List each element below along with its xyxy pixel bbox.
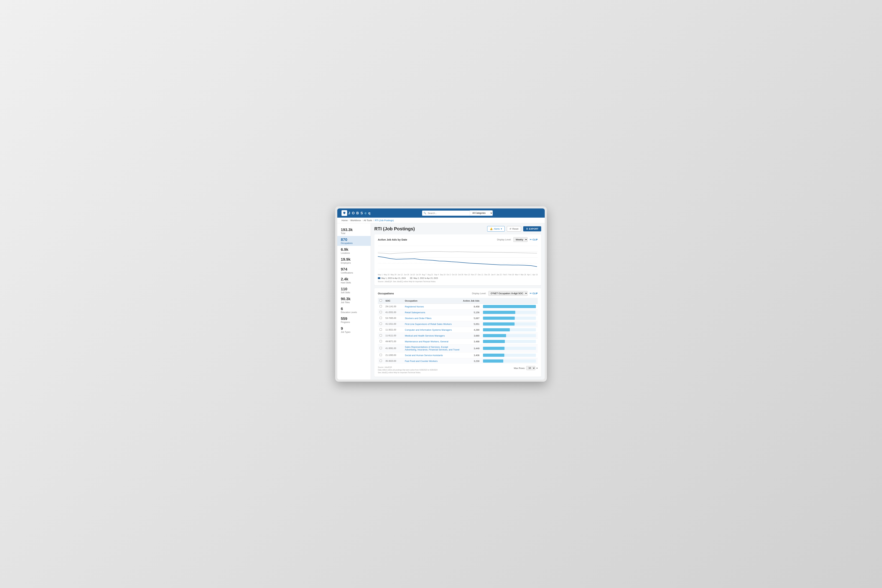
chart-source: Source: JobsEQ®. See JobsEQ online Help … <box>378 280 538 282</box>
export-button[interactable]: ⬇ EXPORT <box>523 226 541 231</box>
occupation-link[interactable]: First-Line Supervisors of Retail Sales W… <box>405 323 452 326</box>
occupation-link[interactable]: Stockers and Order Fillers <box>405 317 432 320</box>
max-rows-select[interactable]: 10 <box>526 366 536 370</box>
occupation-link[interactable]: Medical and Health Services Managers <box>405 334 445 337</box>
bar-cell <box>481 315 538 321</box>
breadcrumb-sep-3: / <box>373 219 374 222</box>
table-row: 21-1093.00 Social and Human Service Assi… <box>378 352 538 358</box>
occupation-cell: Stockers and Order Fillers <box>403 315 461 321</box>
occupation-cell: Retail Salespersons <box>403 309 461 315</box>
occupation-link[interactable]: Retail Salespersons <box>405 311 425 314</box>
legend-color-current <box>378 277 380 279</box>
row-checkbox-8[interactable] <box>380 354 382 356</box>
breadcrumb-home[interactable]: Home <box>342 219 348 222</box>
search-icon: 🔍 <box>423 212 426 214</box>
occupation-cell: Sales Representatives of Services, Excep… <box>403 345 461 352</box>
row-checkbox-0[interactable] <box>380 305 382 308</box>
table-display-level-select[interactable]: O*NET Occupation: 8-digit SOC <box>488 291 528 296</box>
table-display-level-label: Display Level: <box>472 292 486 295</box>
refresh-icon: ↺ <box>510 228 512 230</box>
breadcrumb-workforce[interactable]: Workforce <box>350 219 361 222</box>
row-checkbox-1[interactable] <box>380 311 382 313</box>
legend-label-current: May 1, 2023 to Apr 21, 2024 <box>381 277 406 279</box>
reset-button[interactable]: ↺ Reset <box>507 226 521 232</box>
max-rows-control: Max Rows: 10 ▾ <box>514 366 538 370</box>
table-footnote: Source: JobsEQ® Data reflect online job … <box>378 366 438 374</box>
legend-color-prior <box>410 277 412 279</box>
category-select[interactable]: All Categories <box>470 210 493 216</box>
legend-label-prior: May 2, 2022 to Apr 23, 2023 <box>414 277 438 279</box>
soc-cell: 41-3091.00 <box>384 345 403 352</box>
logo-icon <box>342 210 347 216</box>
occupation-cell: Social and Human Service Assistants <box>403 352 461 358</box>
sidebar-stat-occupations[interactable]: 870Occupations <box>337 236 370 246</box>
sidebar-stat-programs[interactable]: 559Programs <box>337 315 370 325</box>
chart-panel: Active Job Ads by Date Display Level: We… <box>374 234 541 285</box>
chart-header: Active Job Ads by Date Display Level: We… <box>378 237 538 242</box>
row-checkbox-2[interactable] <box>380 317 382 319</box>
occupation-link[interactable]: Social and Human Service Assistants <box>405 354 443 357</box>
soc-cell: 11-9111.00 <box>384 333 403 339</box>
chart-title: Active Job Ads by Date <box>378 238 407 241</box>
job-ads-cell: 3,680 <box>461 333 481 339</box>
table-row: 41-1011.00 First-Line Supervisors of Ret… <box>378 321 538 327</box>
sidebar-stat-soft-skills[interactable]: 110Soft Skills <box>337 285 370 295</box>
chart-clip-button[interactable]: ✂ CLIP <box>530 238 538 241</box>
legend-item-current: May 1, 2023 to Apr 21, 2024 <box>378 277 406 279</box>
row-checkbox-3[interactable] <box>380 322 382 325</box>
table-title: Occupations <box>378 292 394 295</box>
chart-display-level-select[interactable]: Weekly <box>513 237 528 242</box>
page-title: RTI (Job Postings) <box>374 226 415 232</box>
soc-cell: 11-3021.00 <box>384 327 403 333</box>
job-ads-cell: 5,156 <box>461 309 481 315</box>
occupation-link[interactable]: Sales Representatives of Services, Excep… <box>405 346 459 351</box>
breadcrumb-sep-1: / <box>349 219 350 222</box>
row-checkbox-5[interactable] <box>380 334 382 336</box>
breadcrumb-current: RTI (Job Postings) <box>375 219 394 222</box>
bar-cell <box>481 333 538 339</box>
occupation-link[interactable]: Maintenance and Repair Workers, General <box>405 340 448 343</box>
bar-cell <box>481 358 538 364</box>
table-row: 41-2031.00 Retail Salespersons 5,156 <box>378 309 538 315</box>
job-ads-cell: 8,458 <box>461 304 481 309</box>
logo-area: J O B S e q <box>342 210 371 216</box>
sidebar-stat-employers[interactable]: 19.9kEmployers <box>337 256 370 266</box>
soc-cell: 41-2031.00 <box>384 309 403 315</box>
row-checkbox-4[interactable] <box>380 328 382 331</box>
occupation-cell: Maintenance and Repair Workers, General <box>403 339 461 345</box>
occupations-table: SOC Occupation Active Job Ads 29-1141.00… <box>378 298 538 364</box>
search-input[interactable] <box>422 211 470 216</box>
sidebar-stat-job-types[interactable]: 9Job Types <box>337 325 370 335</box>
table-clip-button[interactable]: ✂ CLIP <box>530 292 538 295</box>
table-controls: Display Level: O*NET Occupation: 8-digit… <box>472 291 538 296</box>
sidebar-stat-education-levels[interactable]: 6Education Levels <box>337 305 370 315</box>
row-checkbox-7[interactable] <box>380 347 382 349</box>
occupation-link[interactable]: Registered Nurses <box>405 305 424 308</box>
bar-cell <box>481 352 538 358</box>
main-content: 193.3kTotal870Occupations6.9kLocations19… <box>337 223 545 380</box>
job-ads-cell: 5,051 <box>461 321 481 327</box>
row-checkbox-6[interactable] <box>380 340 382 342</box>
sidebar-stat-job-titles[interactable]: 90.3kJob Titles <box>337 295 370 305</box>
table-row: 53-7065.00 Stockers and Order Fillers 5,… <box>378 315 538 321</box>
occupation-cell: Computer and Information Systems Manager… <box>403 327 461 333</box>
chevron-down-icon: ▾ <box>501 228 502 230</box>
sidebar-stat-certifications[interactable]: 974Certifications <box>337 266 370 276</box>
table-row: 35-3023.00 Fast Food and Counter Workers… <box>378 358 538 364</box>
job-ads-cell: 5,067 <box>461 315 481 321</box>
row-checkbox-9[interactable] <box>380 360 382 362</box>
bar-cell <box>481 304 538 309</box>
occupation-link[interactable]: Computer and Information Systems Manager… <box>405 328 452 331</box>
alerts-button[interactable]: 🔔 Alerts ▾ <box>487 226 504 232</box>
table-row: 29-1141.00 Registered Nurses 8,458 <box>378 304 538 309</box>
sidebar-stat-hard-skills[interactable]: 2.4kHard Skills <box>337 276 370 285</box>
table-footer: Source: JobsEQ® Data reflect online job … <box>378 366 538 374</box>
occupation-link[interactable]: Fast Food and Counter Workers <box>405 360 438 362</box>
select-all-checkbox[interactable] <box>380 299 382 302</box>
table-row: 49-9071.00 Maintenance and Repair Worker… <box>378 339 538 345</box>
soc-cell: 21-1093.00 <box>384 352 403 358</box>
sidebar-stat-total[interactable]: 193.3kTotal <box>337 226 370 236</box>
page-actions: 🔔 Alerts ▾ ↺ Reset ⬇ EXPORT <box>487 226 541 232</box>
breadcrumb-all-tools[interactable]: All Tools <box>363 219 372 222</box>
sidebar-stat-locations[interactable]: 6.9kLocations <box>337 246 370 256</box>
